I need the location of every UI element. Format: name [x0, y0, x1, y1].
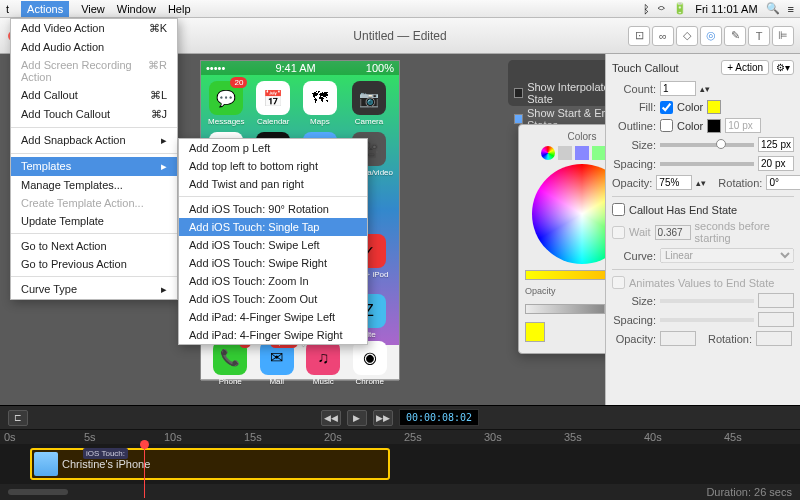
rewind-button[interactable]: ◀◀ — [321, 410, 341, 426]
submenu-item[interactable]: Add top left to bottom right — [179, 157, 367, 175]
submenu-item[interactable]: Add iOS Touch: Single Tap — [179, 218, 367, 236]
checkbox-startend[interactable] — [514, 114, 523, 124]
menubar-clock[interactable]: Fri 11:01 AM — [695, 3, 757, 15]
forward-button[interactable]: ▶▶ — [373, 410, 393, 426]
wifi-icon[interactable]: ⌔ — [658, 3, 665, 15]
submenu-item[interactable]: Add Zoom p Left — [179, 139, 367, 157]
outline-px-input[interactable] — [725, 118, 761, 133]
clip-thumbnail — [34, 452, 58, 476]
end-spacing-slider — [660, 318, 754, 322]
menu-item[interactable]: Update Template — [11, 212, 177, 230]
menu-item[interactable]: Add Audio Action — [11, 38, 177, 56]
dock-app-icon[interactable]: ◉Chrome — [353, 341, 387, 386]
submenu-item[interactable]: Add Twist and pan right — [179, 175, 367, 193]
timeline-tracks[interactable]: Christine's iPhone iOS Touch: — [0, 444, 800, 484]
end-size-input — [758, 293, 794, 308]
inspector-title: Touch Callout — [612, 62, 679, 74]
submenu-item[interactable]: Add iOS Touch: Swipe Left — [179, 236, 367, 254]
menubar: t Actions View Window Help ᛒ ⌔ 🔋 Fri 11:… — [0, 0, 800, 18]
menu-item[interactable]: Go to Previous Action — [11, 255, 177, 273]
clip-action-tag[interactable]: iOS Touch: — [83, 448, 128, 459]
menu-item[interactable]: Add Video Action⌘K — [11, 19, 177, 38]
play-button[interactable]: ▶ — [347, 410, 367, 426]
end-spacing-input — [758, 312, 794, 327]
spacing-input[interactable] — [758, 156, 794, 171]
color-mode-image[interactable] — [592, 146, 606, 160]
app-icon[interactable]: 🗺Maps — [301, 81, 339, 126]
menu-icon[interactable]: ≡ — [788, 3, 794, 15]
menu-item[interactable]: Go to Next Action — [11, 237, 177, 255]
tool-pencil[interactable]: ✎ — [724, 26, 746, 46]
submenu-item[interactable]: Add iOS Touch: Swipe Right — [179, 254, 367, 272]
endstate-checkbox[interactable] — [612, 203, 625, 216]
menu-item[interactable]: Templates▸ — [11, 157, 177, 176]
size-slider[interactable] — [660, 143, 754, 147]
submenu-item[interactable]: Add iOS Touch: Zoom In — [179, 272, 367, 290]
app-icon[interactable]: 💬20Messages — [207, 81, 246, 126]
outline-checkbox[interactable] — [660, 119, 673, 132]
current-color-swatch[interactable] — [525, 322, 545, 342]
spacing-slider[interactable] — [660, 162, 754, 166]
color-mode-wheel[interactable] — [541, 146, 555, 160]
tool-align[interactable]: ⊫ — [772, 26, 794, 46]
menu-help[interactable]: Help — [168, 3, 191, 15]
fill-color-swatch[interactable] — [707, 100, 721, 114]
submenu-item[interactable]: Add iOS Touch: Zoom Out — [179, 290, 367, 308]
curve-select: Linear — [660, 248, 794, 263]
menu-item: Create Template Action... — [11, 194, 177, 212]
menu-item[interactable]: Curve Type▸ — [11, 280, 177, 299]
menu-item[interactable]: Manage Templates... — [11, 176, 177, 194]
menu-item[interactable]: Add Callout⌘L — [11, 86, 177, 105]
menu-app[interactable]: t — [6, 3, 9, 15]
dock-app-icon[interactable]: 📞3Phone — [213, 341, 247, 386]
menu-view[interactable]: View — [81, 3, 105, 15]
opacity-slider[interactable] — [525, 304, 605, 314]
gear-icon[interactable]: ⚙▾ — [772, 60, 794, 75]
timecode: 00:00:08:02 — [399, 409, 479, 426]
app-icon[interactable]: 📷Camera — [345, 81, 393, 126]
tool-shapes[interactable]: ◇ — [676, 26, 698, 46]
battery-icon[interactable]: 🔋 — [673, 2, 687, 15]
window-title: Untitled — Edited — [353, 29, 446, 43]
color-mode-sliders[interactable] — [558, 146, 572, 160]
dock-app-icon[interactable]: ♫Music — [306, 341, 340, 386]
fill-checkbox[interactable] — [660, 101, 673, 114]
search-icon[interactable]: 🔍 — [766, 2, 780, 15]
menu-item[interactable]: Add Snapback Action▸ — [11, 131, 177, 150]
tool-touch[interactable]: ◎ — [700, 26, 722, 46]
dock-app-icon[interactable]: ✉6,848Mail — [260, 341, 294, 386]
tool-crop[interactable]: ⊡ — [628, 26, 650, 46]
menu-actions[interactable]: Actions — [21, 1, 69, 17]
playhead[interactable] — [144, 444, 145, 498]
wait-input — [655, 225, 691, 240]
bt-icon[interactable]: ᛒ — [643, 3, 650, 15]
count-input[interactable] — [660, 81, 696, 96]
opacity-input[interactable] — [656, 175, 692, 190]
actions-dropdown: Add Video Action⌘KAdd Audio ActionAdd Sc… — [10, 18, 178, 300]
crop-tool[interactable]: ⊏ — [8, 410, 28, 426]
end-size-slider — [660, 299, 754, 303]
outline-color-swatch[interactable] — [707, 119, 721, 133]
zoom-slider[interactable] — [8, 489, 68, 495]
tool-link[interactable]: ∞ — [652, 26, 674, 46]
phone-dock: 📞3Phone✉6,848Mail♫Music◉Chrome — [201, 345, 399, 381]
menu-item[interactable]: Add Touch Callout⌘J — [11, 105, 177, 124]
size-input[interactable] — [758, 137, 794, 152]
timeline-ruler[interactable]: 0s5s10s15s20s25s30s35s40s45s — [0, 430, 800, 444]
tool-text[interactable]: T — [748, 26, 770, 46]
submenu-item[interactable]: Add iOS Touch: 90° Rotation — [179, 200, 367, 218]
timeline: ⊏ ◀◀ ▶ ▶▶ 00:00:08:02 0s5s10s15s20s25s30… — [0, 405, 800, 500]
submenu-item[interactable]: Add iPad: 4-Finger Swipe Left — [179, 308, 367, 326]
timeline-clip[interactable]: Christine's iPhone iOS Touch: — [30, 448, 390, 480]
animate-checkbox — [612, 276, 625, 289]
color-mode-palette[interactable] — [575, 146, 589, 160]
app-icon[interactable]: 📅Calendar — [252, 81, 295, 126]
checkbox-interpolated[interactable] — [514, 88, 523, 98]
end-rotation-input — [756, 331, 792, 346]
menu-window[interactable]: Window — [117, 3, 156, 15]
add-action-button[interactable]: + Action — [721, 60, 769, 75]
phone-statusbar: •••••9:41 AM100% — [201, 61, 399, 75]
rotation-input[interactable] — [766, 175, 800, 190]
inspector-panel: Touch Callout + Action ⚙▾ Count:▴▾ Fill:… — [605, 54, 800, 405]
submenu-item[interactable]: Add iPad: 4-Finger Swipe Right — [179, 326, 367, 344]
